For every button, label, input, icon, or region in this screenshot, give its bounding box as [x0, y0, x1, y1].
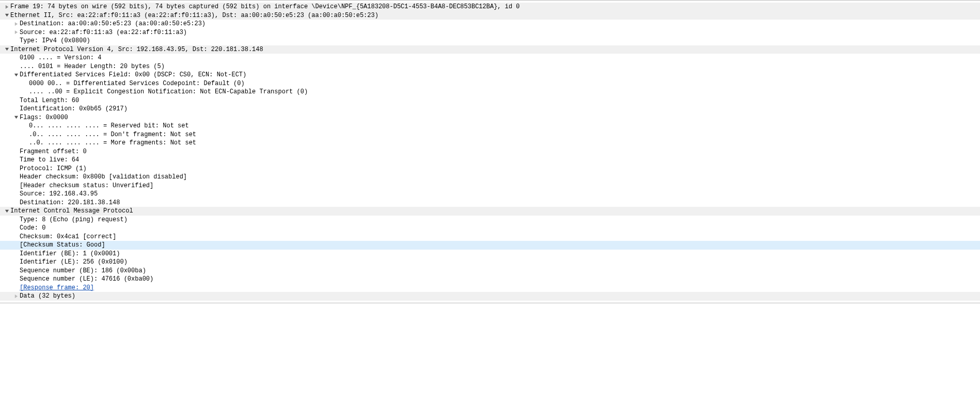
icmp-seqle-text: Sequence number (LE): 47616 (0xba00) [20, 275, 153, 283]
ip-hchk-text: Header checksum: 0x800b [validation disa… [20, 173, 187, 181]
frame-summary[interactable]: Frame 19: 74 bytes on wire (592 bits), 7… [0, 3, 980, 11]
ip-flag-mf-text: ..0. .... .... .... = More fragments: No… [29, 139, 196, 146]
ip-fragoff[interactable]: Fragment offset: 0 [0, 148, 980, 156]
ip-flag-mf[interactable]: ..0. .... .... .... = More fragments: No… [0, 139, 980, 148]
icmp-code[interactable]: Code: 0 [0, 224, 980, 233]
icmp-idbe-text: Identifier (BE): 1 (0x0001) [20, 250, 120, 257]
chevron-down-icon[interactable] [3, 47, 10, 52]
chevron-down-icon[interactable] [3, 13, 10, 18]
icmp-idbe[interactable]: Identifier (BE): 1 (0x0001) [0, 250, 980, 258]
chevron-right-icon[interactable] [12, 294, 20, 299]
ip-ecn-text: .... ..00 = Explicit Congestion Notifica… [29, 88, 308, 95]
icmp-data-text: Data (32 bytes) [20, 292, 75, 300]
eth-summary-text: Ethernet II, Src: ea:22:af:f0:11:a3 (ea:… [10, 12, 378, 19]
ip-hchk[interactable]: Header checksum: 0x800b [validation disa… [0, 173, 980, 182]
chevron-down-icon[interactable] [12, 73, 20, 77]
icmp-chk[interactable]: Checksum: 0x4ca1 [correct] [0, 233, 980, 241]
response-frame-link[interactable]: [Response frame: 20] [20, 284, 94, 291]
icmp-resp[interactable]: [Response frame: 20] [0, 284, 980, 292]
ip-flag-reserved-text: 0... .... .... .... = Reserved bit: Not … [29, 122, 189, 129]
ip-summary-text: Internet Protocol Version 4, Src: 192.16… [10, 46, 263, 53]
icmp-idle[interactable]: Identifier (LE): 256 (0x0100) [0, 258, 980, 267]
icmp-type-text: Type: 8 (Echo (ping) request) [20, 216, 128, 223]
icmp-chkstat-text: [Checksum Status: Good] [20, 241, 105, 249]
ip-dsf-text: Differentiated Services Field: 0x00 (DSC… [20, 71, 246, 78]
ip-flag-reserved[interactable]: 0... .... .... .... = Reserved bit: Not … [0, 122, 980, 130]
ip-dsf[interactable]: Differentiated Services Field: 0x00 (DSC… [0, 71, 980, 79]
ip-ttl[interactable]: Time to live: 64 [0, 156, 980, 165]
ip-hchkstat[interactable]: [Header checksum status: Unverified] [0, 182, 980, 190]
ip-dst-text: Destination: 220.181.38.148 [20, 199, 120, 206]
ip-ecn[interactable]: .... ..00 = Explicit Congestion Notifica… [0, 88, 980, 96]
icmp-seqbe[interactable]: Sequence number (BE): 186 (0x00ba) [0, 267, 980, 275]
ip-id[interactable]: Identification: 0x0b65 (2917) [0, 105, 980, 113]
eth-summary[interactable]: Ethernet II, Src: ea:22:af:f0:11:a3 (ea:… [0, 11, 980, 20]
frame-summary-text: Frame 19: 74 bytes on wire (592 bits), 7… [10, 3, 520, 10]
ip-ttl-text: Time to live: 64 [20, 156, 79, 163]
ip-dscp[interactable]: 0000 00.. = Differentiated Services Code… [0, 79, 980, 88]
ip-tlen[interactable]: Total Length: 60 [0, 96, 980, 105]
ip-dst[interactable]: Destination: 220.181.38.148 [0, 199, 980, 207]
ip-flags-text: Flags: 0x0000 [20, 114, 68, 121]
icmp-chkstat[interactable]: [Checksum Status: Good] [0, 241, 980, 250]
ip-tlen-text: Total Length: 60 [20, 97, 79, 104]
ip-dscp-text: 0000 00.. = Differentiated Services Code… [29, 80, 245, 87]
icmp-type[interactable]: Type: 8 (Echo (ping) request) [0, 216, 980, 224]
eth-dst[interactable]: Destination: aa:00:a0:50:e5:23 (aa:00:a0… [0, 20, 980, 28]
icmp-idle-text: Identifier (LE): 256 (0x0100) [20, 258, 128, 266]
eth-type[interactable]: Type: IPv4 (0x0800) [0, 37, 980, 45]
ip-hlen-text: .... 0101 = Header Length: 20 bytes (5) [20, 63, 165, 70]
ip-src[interactable]: Source: 192.168.43.95 [0, 190, 980, 199]
icmp-seqbe-text: Sequence number (BE): 186 (0x00ba) [20, 267, 146, 274]
icmp-summary-text: Internet Control Message Protocol [10, 207, 133, 215]
eth-type-text: Type: IPv4 (0x0800) [20, 37, 90, 44]
chevron-down-icon[interactable] [12, 115, 20, 120]
ip-version[interactable]: 0100 .... = Version: 4 [0, 54, 980, 62]
icmp-summary[interactable]: Internet Control Message Protocol [0, 207, 980, 216]
eth-src[interactable]: Source: ea:22:af:f0:11:a3 (ea:22:af:f0:1… [0, 28, 980, 37]
ip-flags[interactable]: Flags: 0x0000 [0, 113, 980, 122]
chevron-right-icon[interactable] [3, 5, 10, 9]
icmp-chk-text: Checksum: 0x4ca1 [correct] [20, 233, 116, 240]
ip-proto[interactable]: Protocol: ICMP (1) [0, 165, 980, 173]
ip-flag-df[interactable]: .0.. .... .... .... = Don't fragment: No… [0, 130, 980, 139]
eth-dst-text: Destination: aa:00:a0:50:e5:23 (aa:00:a0… [20, 20, 206, 27]
chevron-right-icon[interactable] [12, 30, 20, 35]
icmp-seqle[interactable]: Sequence number (LE): 47616 (0xba00) [0, 275, 980, 284]
ip-summary[interactable]: Internet Protocol Version 4, Src: 192.16… [0, 45, 980, 54]
chevron-down-icon[interactable] [3, 209, 10, 214]
eth-src-text: Source: ea:22:af:f0:11:a3 (ea:22:af:f0:1… [20, 29, 187, 36]
ip-id-text: Identification: 0x0b65 (2917) [20, 105, 128, 112]
ip-version-text: 0100 .... = Version: 4 [20, 54, 101, 61]
ip-hlen[interactable]: .... 0101 = Header Length: 20 bytes (5) [0, 62, 980, 71]
icmp-code-text: Code: 0 [20, 224, 45, 232]
chevron-right-icon[interactable] [12, 22, 20, 26]
icmp-data[interactable]: Data (32 bytes) [0, 292, 980, 301]
ip-hchkstat-text: [Header checksum status: Unverified] [20, 182, 153, 189]
ip-proto-text: Protocol: ICMP (1) [20, 165, 87, 172]
packet-details-pane[interactable]: Frame 19: 74 bytes on wire (592 bits), 7… [0, 0, 980, 303]
ip-src-text: Source: 192.168.43.95 [20, 190, 98, 198]
ip-flag-df-text: .0.. .... .... .... = Don't fragment: No… [29, 131, 196, 138]
ip-fragoff-text: Fragment offset: 0 [20, 148, 87, 155]
